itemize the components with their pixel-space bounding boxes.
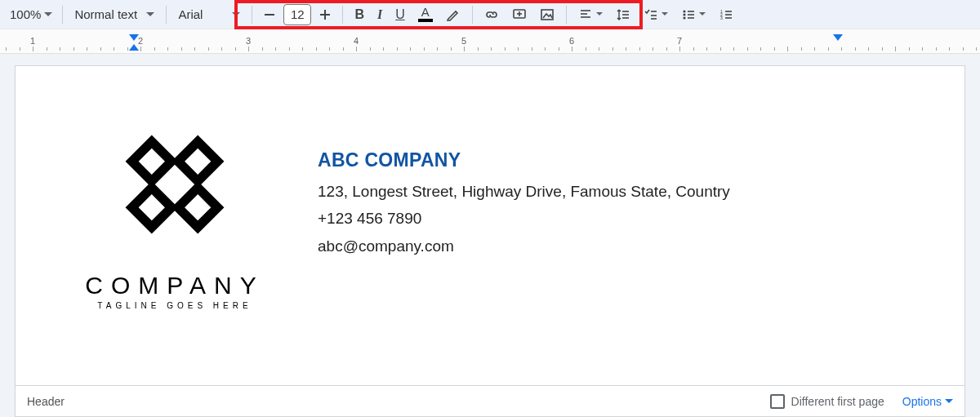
different-first-page-label: Different first page xyxy=(791,395,884,408)
align-dropdown[interactable] xyxy=(573,3,608,26)
header-label: Header xyxy=(27,395,65,408)
minus-icon xyxy=(264,9,275,20)
header-options-dropdown[interactable]: Options xyxy=(902,395,953,408)
chevron-down-icon xyxy=(44,12,52,17)
svg-rect-30 xyxy=(178,142,217,181)
first-line-indent-marker[interactable] xyxy=(129,34,139,41)
company-heading: ABC COMPANY xyxy=(318,149,730,171)
header-content[interactable]: COMPANY TAGLINE GOES HERE ABC COMPANY 12… xyxy=(16,66,964,326)
formatting-toolbar: 100% Normal text Arial B I U A xyxy=(0,0,980,29)
left-indent-marker[interactable] xyxy=(129,44,139,51)
line-spacing-button[interactable] xyxy=(611,3,635,26)
text-color-swatch xyxy=(418,19,433,22)
separator xyxy=(472,6,473,24)
ruler-number: 4 xyxy=(354,36,359,46)
separator xyxy=(166,6,167,24)
svg-point-18 xyxy=(683,16,685,19)
svg-text:3: 3 xyxy=(720,16,723,20)
logo-tagline: TAGLINE GOES HERE xyxy=(81,301,269,310)
decrease-font-size-button[interactable] xyxy=(259,3,280,26)
paragraph-style-value: Normal text xyxy=(74,7,137,21)
highlight-button[interactable] xyxy=(441,3,466,26)
svg-rect-28 xyxy=(132,142,172,181)
increase-font-size-button[interactable] xyxy=(314,3,336,26)
ruler-number: 1 xyxy=(30,36,35,46)
font-family-value: Arial xyxy=(178,7,203,21)
numbered-list-icon: 123 xyxy=(719,7,733,22)
header-footer-toolbar: Header Different first page Options xyxy=(16,385,964,416)
page: COMPANY TAGLINE GOES HERE ABC COMPANY 12… xyxy=(15,65,965,417)
chevron-down-icon xyxy=(662,12,668,16)
underline-glyph: U xyxy=(395,7,405,22)
bulleted-list-dropdown[interactable] xyxy=(676,3,710,26)
letterhead-text-block: ABC COMPANY 123, Longest Street, Highway… xyxy=(318,107,730,258)
insert-image-button[interactable] xyxy=(535,3,559,26)
ruler-number: 7 xyxy=(677,36,682,46)
ruler-number: 5 xyxy=(461,36,466,46)
different-first-page-toggle[interactable]: Different first page xyxy=(770,394,884,409)
insert-link-button[interactable] xyxy=(479,3,504,26)
plus-icon xyxy=(319,9,331,20)
paragraph-style-dropdown[interactable]: Normal text xyxy=(69,3,159,26)
company-logo-icon xyxy=(97,107,252,262)
chevron-down-icon xyxy=(146,12,154,17)
chevron-down-icon xyxy=(699,12,706,16)
ruler-number: 6 xyxy=(569,36,574,46)
bold-button[interactable]: B xyxy=(350,3,369,26)
svg-rect-29 xyxy=(178,188,217,227)
svg-rect-2 xyxy=(324,10,326,20)
chevron-down-icon xyxy=(596,12,603,16)
zoom-dropdown[interactable]: 100% xyxy=(7,3,56,26)
logo-block: COMPANY TAGLINE GOES HERE xyxy=(81,107,269,310)
numbered-list-dropdown[interactable]: 123 xyxy=(714,3,738,26)
italic-glyph: I xyxy=(377,7,382,22)
svg-rect-31 xyxy=(132,188,172,227)
link-icon xyxy=(484,7,499,22)
ruler-number: 3 xyxy=(246,36,251,46)
font-size-input[interactable] xyxy=(283,4,311,25)
insert-comment-button[interactable] xyxy=(507,3,532,26)
company-address: 123, Longest Street, Highway Drive, Famo… xyxy=(318,180,730,203)
font-family-dropdown[interactable]: Arial xyxy=(173,3,245,26)
highlighter-icon xyxy=(446,7,461,22)
horizontal-ruler[interactable]: 1234567 xyxy=(0,29,980,54)
text-color-button[interactable]: A xyxy=(413,3,438,26)
company-phone: +123 456 7890 xyxy=(318,206,730,230)
svg-point-17 xyxy=(683,13,685,16)
separator xyxy=(566,6,567,24)
company-email: abc@company.com xyxy=(318,234,730,258)
zoom-value: 100% xyxy=(10,7,41,21)
svg-point-16 xyxy=(683,10,685,12)
separator xyxy=(252,6,252,24)
chevron-down-icon xyxy=(232,12,240,17)
separator xyxy=(342,6,343,24)
options-label: Options xyxy=(902,395,942,408)
checkbox-icon xyxy=(770,394,785,409)
align-left-icon xyxy=(578,7,593,22)
checklist-dropdown[interactable] xyxy=(639,3,673,26)
right-indent-marker[interactable] xyxy=(833,34,843,41)
svg-rect-0 xyxy=(265,14,274,16)
underline-button[interactable]: U xyxy=(390,3,410,26)
comment-icon xyxy=(512,7,527,22)
image-icon xyxy=(540,7,555,22)
chevron-down-icon xyxy=(945,399,953,404)
bold-glyph: B xyxy=(354,7,364,22)
italic-button[interactable]: I xyxy=(372,3,387,26)
checklist-icon xyxy=(644,7,658,22)
logo-company-name: COMPANY xyxy=(81,272,269,299)
document-canvas: COMPANY TAGLINE GOES HERE ABC COMPANY 12… xyxy=(0,54,980,417)
text-color-glyph: A xyxy=(421,7,430,18)
line-spacing-icon xyxy=(616,7,630,22)
separator xyxy=(62,6,63,24)
bulleted-list-icon xyxy=(681,7,696,22)
